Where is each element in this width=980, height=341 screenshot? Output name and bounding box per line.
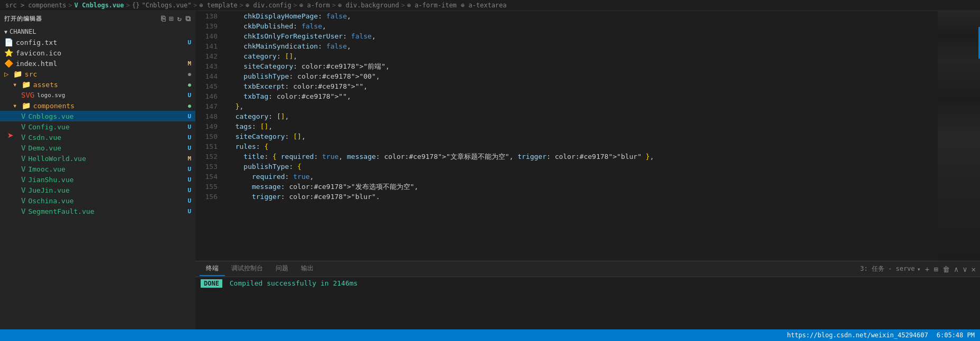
tree-item-SegmentFault-vue[interactable]: VSegmentFault.vueU: [0, 206, 195, 216]
tree-item-HelloWorld-vue[interactable]: VHelloWorld.vueM: [0, 153, 195, 164]
file-icon: V: [21, 196, 25, 205]
task-label-text: 3: 任务 - serve: [860, 264, 915, 273]
tab-output[interactable]: 输出: [295, 262, 320, 276]
new-file-icon[interactable]: ⎘: [161, 14, 166, 23]
status-url: https://blog.csdn.net/weixin_45294607: [787, 331, 928, 339]
collapse-terminal-button[interactable]: ∧: [954, 265, 958, 273]
file-icon: V: [21, 112, 25, 120]
file-badge: U: [187, 197, 191, 204]
line-number: 143: [200, 61, 218, 71]
file-badge: M: [187, 155, 191, 162]
expand-terminal-button[interactable]: ∨: [963, 265, 967, 273]
file-icon: V: [21, 144, 25, 152]
code-line: required: true,: [227, 172, 938, 182]
channel-label[interactable]: ▼ CHANNEL: [4, 28, 36, 35]
file-badge: U: [187, 145, 191, 151]
file-badge: M: [187, 60, 191, 67]
file-name: src: [25, 70, 188, 78]
file-name: Cnblogs.vue: [28, 112, 187, 120]
tree-item-components[interactable]: ▾ 📁components●: [0, 100, 195, 111]
line-number: 155: [200, 182, 218, 192]
tree-item-src[interactable]: ▷ 📁src●: [0, 69, 195, 79]
tab-problems[interactable]: 问题: [269, 262, 295, 276]
code-line: category: [],: [227, 111, 938, 121]
tab-terminal[interactable]: 终端: [200, 262, 225, 276]
file-name: JianShu.vue: [28, 176, 187, 184]
code-line: txbExcerpt: color:#ce9178">"",: [227, 81, 938, 91]
file-name: HelloWorld.vue: [28, 155, 187, 163]
tree-item-index-html[interactable]: 🔶index.htmlM: [0, 58, 195, 69]
tree-item-Demo-vue[interactable]: VDemo.vueU: [0, 143, 195, 153]
code-line: siteCategory: [],: [227, 131, 938, 141]
breadcrumb-a-form-item: ⊕ a-form-item: [407, 2, 457, 9]
file-name: favicon.ico: [16, 49, 195, 57]
tree-item-JianShu-vue[interactable]: VJianShu.vueU: [0, 174, 195, 185]
file-badge: U: [187, 176, 191, 183]
code-content[interactable]: chkDisplayHomePage: false, ckbPublished:…: [222, 11, 938, 261]
line-number: 139: [200, 21, 218, 31]
file-tree: 📄config.txtU⭐favicon.ico🔶index.htmlM▷ 📁s…: [0, 37, 195, 329]
tree-item-logo-svg[interactable]: SVGlogo.svgU: [0, 90, 195, 100]
line-numbers: 1381391401411421431441451461471481491501…: [195, 11, 222, 261]
file-badge: U: [187, 92, 191, 99]
breadcrumb-sep4: >: [240, 2, 243, 9]
sidebar-header: 打开的编辑器 ⎘ ⊞ ↻ ⧉: [0, 11, 195, 26]
code-line: siteCategory: color:#ce9178">"前端",: [227, 61, 938, 71]
channel-header: ▼ CHANNEL: [0, 26, 195, 37]
tree-item-JueJin-vue[interactable]: VJueJin.vueU: [0, 185, 195, 195]
file-name: SegmentFault.vue: [28, 207, 187, 215]
code-line: chkIsOnlyForRegisterUser: false,: [227, 31, 938, 41]
code-view: 1381391401411421431441451461471481491501…: [195, 11, 980, 261]
line-number: 150: [200, 131, 218, 141]
line-number: 149: [200, 121, 218, 131]
add-terminal-button[interactable]: +: [925, 265, 929, 273]
breadcrumb-a-textarea: ⊕ a-textarea: [461, 2, 507, 9]
tree-item-Imooc-vue[interactable]: VImooc.vueU: [0, 164, 195, 174]
file-icon: V: [21, 207, 25, 215]
file-icon: V: [21, 165, 25, 173]
file-name: Imooc.vue: [28, 165, 187, 173]
tree-item-assets[interactable]: ▾ 📁assets●: [0, 79, 195, 90]
status-bar: https://blog.csdn.net/weixin_45294607 6:…: [0, 329, 980, 341]
breadcrumb-vue-file[interactable]: V Cnblogs.vue: [74, 2, 124, 9]
tab-debug[interactable]: 调试控制台: [225, 262, 269, 276]
split-terminal-button[interactable]: ⊞: [934, 265, 938, 273]
file-badge: U: [187, 124, 191, 130]
line-number: 144: [200, 71, 218, 81]
file-name: config.txt: [16, 39, 187, 46]
terminal-main[interactable]: DONE Compiled successfully in 2146ms: [195, 277, 980, 329]
file-name: logo.svg: [37, 92, 187, 99]
line-number: 142: [200, 51, 218, 61]
breadcrumb-a-form: ⊕ a-form: [299, 2, 330, 9]
breadcrumb: src > components > V Cnblogs.vue > {} "C…: [0, 0, 980, 11]
done-badge: DONE: [201, 279, 222, 288]
refresh-icon[interactable]: ↻: [177, 14, 182, 23]
new-folder-icon[interactable]: ⊞: [169, 14, 174, 23]
code-line: ckbPublished: false,: [227, 21, 938, 31]
code-line: txbTag: color:#ce9178">"",: [227, 91, 938, 101]
code-line: rules: {: [227, 141, 938, 151]
file-icon: V: [21, 133, 25, 141]
file-name: JueJin.vue: [28, 186, 187, 194]
tree-item-config-txt[interactable]: 📄config.txtU: [0, 37, 195, 48]
main-area: 打开的编辑器 ⎘ ⊞ ↻ ⧉ ▼ CHANNEL 📄config.txtU⭐fa…: [0, 11, 980, 329]
collapse-icon[interactable]: ⧉: [185, 14, 191, 23]
tree-item-Cnblogs-vue[interactable]: VCnblogs.vueU: [0, 111, 195, 121]
delete-terminal-button[interactable]: 🗑: [943, 265, 950, 273]
file-icon: ▾ 📁: [13, 80, 31, 89]
code-line: message: color:#ce9178">"发布选项不能为空",: [227, 182, 938, 192]
code-line: chkDisplayHomePage: false,: [227, 11, 938, 21]
tree-item-Oschina-vue[interactable]: VOschina.vueU: [0, 195, 195, 206]
sidebar-action-icons: ⎘ ⊞ ↻ ⧉: [161, 14, 191, 23]
tree-item-Config-vue[interactable]: VConfig.vueU: [0, 121, 195, 132]
line-number: 153: [200, 162, 218, 172]
close-terminal-button[interactable]: ✕: [972, 265, 976, 273]
tree-item-Csdn-vue[interactable]: VCsdn.vueU: [0, 132, 195, 143]
channel-arrow-icon: ▼: [4, 29, 7, 35]
breadcrumb-sep3: >: [193, 2, 197, 9]
file-icon: SVG: [21, 91, 34, 99]
file-badge: U: [187, 208, 191, 215]
tree-item-favicon-ico[interactable]: ⭐favicon.ico: [0, 48, 195, 58]
file-badge: U: [187, 39, 191, 46]
task-serve-label[interactable]: 3: 任务 - serve ▾: [860, 264, 921, 273]
